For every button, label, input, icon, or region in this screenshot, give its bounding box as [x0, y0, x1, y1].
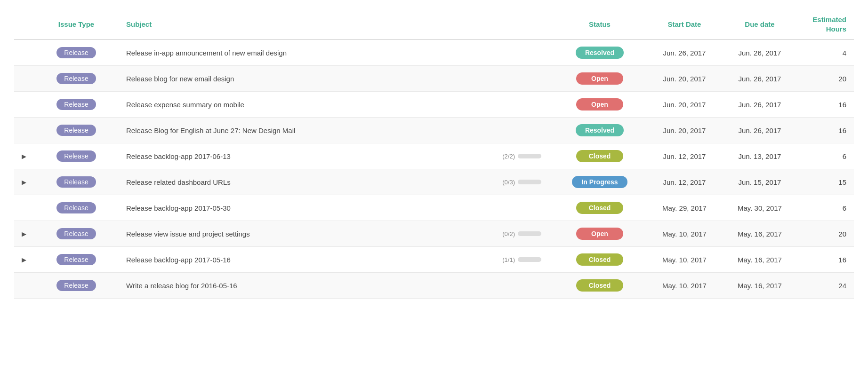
table-body: ReleaseRelease in-app announcement of ne…: [14, 39, 854, 299]
start-date-cell: Jun. 12, 2017: [647, 143, 722, 169]
expand-cell: [14, 92, 34, 118]
subject-text: Release in-app announcement of new email…: [126, 49, 545, 57]
type-cell: Release: [34, 195, 119, 221]
release-badge: Release: [56, 176, 96, 188]
subject-cell: Write a release blog for 2016-05-16: [119, 273, 553, 299]
subject-text: Release expense summary on mobile: [126, 101, 545, 109]
subject-inner: Write a release blog for 2016-05-16: [126, 282, 545, 290]
start-date-cell: Jun. 26, 2017: [647, 39, 722, 66]
due-date-cell: Jun. 26, 2017: [722, 66, 797, 92]
subject-text: Release backlog-app 2017-06-13: [126, 152, 500, 160]
hours-cell: 16: [797, 247, 854, 273]
release-badge: Release: [56, 150, 96, 162]
progress-area: (1/1): [502, 256, 541, 263]
due-date-cell: Jun. 13, 2017: [722, 143, 797, 169]
subject-text: Release backlog-app 2017-05-30: [126, 204, 545, 212]
start-date-cell: Jun. 20, 2017: [647, 92, 722, 118]
status-badge: Closed: [576, 253, 623, 266]
th-subject: Subject: [119, 9, 553, 39]
expand-arrow-icon[interactable]: ▶: [22, 153, 26, 160]
status-cell: Open: [553, 92, 647, 118]
expand-cell[interactable]: ▶: [14, 169, 34, 195]
hours-cell: 24: [797, 273, 854, 299]
start-date-cell: Jun. 20, 2017: [647, 118, 722, 143]
status-cell: Open: [553, 221, 647, 247]
status-badge: Closed: [576, 279, 623, 292]
progress-bar-bg: [518, 180, 541, 184]
subject-cell: Release backlog-app 2017-05-30: [119, 195, 553, 221]
release-badge: Release: [56, 125, 96, 136]
subject-cell: Release view issue and project settings …: [119, 221, 553, 247]
progress-label: (1/1): [502, 256, 515, 263]
hours-cell: 20: [797, 66, 854, 92]
progress-bar-bg: [518, 231, 541, 236]
due-date-cell: Jun. 26, 2017: [722, 39, 797, 66]
th-status: Status: [553, 9, 647, 39]
status-badge: Closed: [576, 202, 623, 214]
hours-cell: 6: [797, 143, 854, 169]
expand-cell: [14, 66, 34, 92]
start-date-cell: May. 10, 2017: [647, 221, 722, 247]
expand-cell: [14, 195, 34, 221]
type-cell: Release: [34, 143, 119, 169]
status-badge: Resolved: [576, 124, 624, 136]
th-issue-type: Issue Type: [34, 9, 119, 39]
subject-text: Release Blog for English at June 27: New…: [126, 126, 545, 134]
due-date-cell: May. 30, 2017: [722, 195, 797, 221]
status-cell: Open: [553, 66, 647, 92]
table-row: ReleaseRelease blog for new email design…: [14, 66, 854, 92]
release-badge: Release: [56, 254, 96, 265]
subject-text: Release blog for new email design: [126, 75, 545, 83]
hours-cell: 16: [797, 92, 854, 118]
status-badge: Open: [576, 228, 623, 240]
expand-arrow-icon[interactable]: ▶: [22, 256, 26, 263]
subject-inner: Release expense summary on mobile: [126, 101, 545, 109]
subject-inner: Release related dashboard URLs (0/3): [126, 178, 545, 186]
subject-text: Write a release blog for 2016-05-16: [126, 282, 545, 290]
th-estimated-hours: Estimated Hours: [797, 9, 854, 39]
hours-cell: 6: [797, 195, 854, 221]
progress-area: (0/2): [502, 230, 541, 237]
hours-cell: 16: [797, 118, 854, 143]
expand-cell[interactable]: ▶: [14, 143, 34, 169]
table-row: ReleaseRelease in-app announcement of ne…: [14, 39, 854, 66]
main-container: Issue Type Subject Status Start Date Due…: [0, 0, 868, 379]
progress-label: (0/3): [502, 179, 515, 186]
type-cell: Release: [34, 39, 119, 66]
release-badge: Release: [56, 228, 96, 239]
type-cell: Release: [34, 66, 119, 92]
expand-arrow-icon[interactable]: ▶: [22, 230, 26, 237]
type-cell: Release: [34, 221, 119, 247]
release-badge: Release: [56, 47, 96, 58]
type-cell: Release: [34, 247, 119, 273]
expand-cell[interactable]: ▶: [14, 221, 34, 247]
subject-inner: Release backlog-app 2017-05-16 (1/1): [126, 256, 545, 264]
subject-inner: Release backlog-app 2017-06-13 (2/2): [126, 152, 545, 160]
status-cell: Resolved: [553, 118, 647, 143]
start-date-cell: May. 10, 2017: [647, 273, 722, 299]
due-date-cell: May. 16, 2017: [722, 273, 797, 299]
subject-cell: Release related dashboard URLs (0/3): [119, 169, 553, 195]
subject-inner: Release view issue and project settings …: [126, 230, 545, 238]
subject-inner: Release in-app announcement of new email…: [126, 49, 545, 57]
status-cell: Resolved: [553, 39, 647, 66]
progress-label: (0/2): [502, 230, 515, 237]
expand-arrow-icon[interactable]: ▶: [22, 179, 26, 186]
progress-label: (2/2): [502, 153, 515, 160]
progress-area: (2/2): [502, 153, 541, 160]
expand-cell: [14, 39, 34, 66]
status-badge: Open: [576, 72, 623, 85]
subject-text: Release view issue and project settings: [126, 230, 500, 238]
table-row: ▶ReleaseRelease related dashboard URLs (…: [14, 169, 854, 195]
subject-cell: Release blog for new email design: [119, 66, 553, 92]
expand-cell[interactable]: ▶: [14, 247, 34, 273]
subject-cell: Release backlog-app 2017-05-16 (1/1): [119, 247, 553, 273]
subject-text: Release backlog-app 2017-05-16: [126, 256, 500, 264]
release-badge: Release: [56, 99, 96, 110]
status-cell: Closed: [553, 247, 647, 273]
due-date-cell: Jun. 15, 2017: [722, 169, 797, 195]
subject-cell: Release backlog-app 2017-06-13 (2/2): [119, 143, 553, 169]
subject-inner: Release Blog for English at June 27: New…: [126, 126, 545, 134]
due-date-cell: Jun. 26, 2017: [722, 118, 797, 143]
table-row: ▶ReleaseRelease backlog-app 2017-06-13 (…: [14, 143, 854, 169]
